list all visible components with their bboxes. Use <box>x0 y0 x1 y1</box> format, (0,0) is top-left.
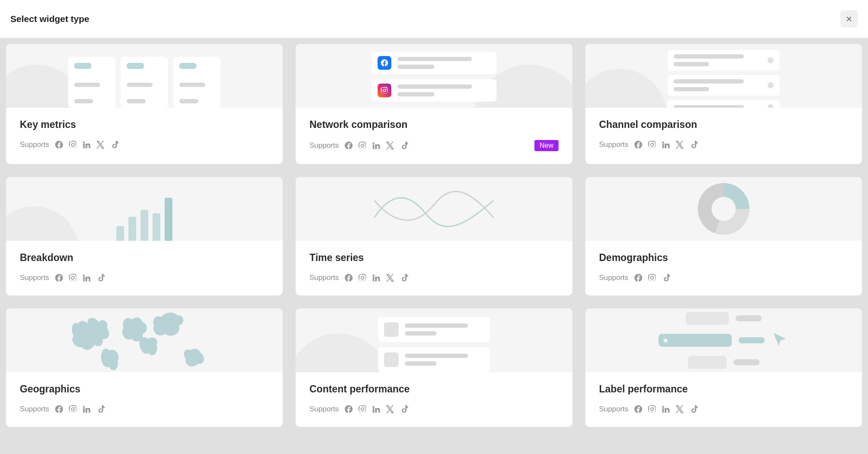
modal-title: Select widget type <box>10 14 89 24</box>
facebook-icon <box>344 273 353 283</box>
linkedin-icon <box>372 141 381 150</box>
new-badge: New <box>534 140 559 151</box>
tiktok-icon <box>399 404 409 414</box>
facebook-icon <box>634 404 643 414</box>
instagram-icon <box>378 84 391 97</box>
tiktok-icon <box>399 141 409 150</box>
supports-icons <box>344 273 409 283</box>
x-icon <box>96 140 105 149</box>
widget-card-time-series[interactable]: Time series Supports <box>296 177 572 295</box>
instagram-icon <box>68 273 78 283</box>
x-icon <box>385 404 395 414</box>
tiktok-icon <box>109 140 119 149</box>
tiktok-icon <box>689 140 698 149</box>
tiktok-icon <box>399 273 409 283</box>
widget-card-demographics[interactable]: Demographics Supports <box>585 177 862 295</box>
preview-channel-comparison <box>585 44 862 108</box>
supports-icons <box>634 273 671 283</box>
supports-icons <box>54 140 119 149</box>
card-title: Demographics <box>599 252 848 264</box>
widget-type-modal: Select widget type Key metrics Supports <box>0 0 868 433</box>
x-icon <box>675 140 684 149</box>
instagram-icon <box>358 141 367 150</box>
supports-label: Supports <box>309 141 339 150</box>
widget-card-content-performance[interactable]: Content performance Supports <box>296 308 572 427</box>
card-title: Time series <box>309 252 559 264</box>
widget-card-geographics[interactable]: Geographics Supports <box>6 308 283 427</box>
facebook-icon <box>54 140 64 149</box>
close-button[interactable] <box>840 10 858 28</box>
preview-key-metrics <box>6 44 283 108</box>
supports-icons <box>54 404 105 414</box>
preview-geographics <box>6 308 283 372</box>
supports-label: Supports <box>309 405 339 414</box>
facebook-icon <box>54 273 64 283</box>
tiktok-icon <box>689 404 698 414</box>
facebook-icon <box>634 273 643 283</box>
tiktok-icon <box>96 273 105 283</box>
facebook-icon <box>634 140 643 149</box>
preview-content-performance <box>296 308 572 372</box>
instagram-icon <box>647 404 657 414</box>
facebook-icon <box>344 141 353 150</box>
instagram-icon <box>358 404 367 414</box>
linkedin-icon <box>372 273 381 283</box>
supports-label: Supports <box>20 274 49 282</box>
tiktok-icon <box>96 404 105 414</box>
preview-label-performance <box>585 308 862 372</box>
supports-label: Supports <box>599 405 628 414</box>
supports-icons <box>344 404 409 414</box>
widget-card-breakdown[interactable]: Breakdown Supports <box>6 177 283 295</box>
supports-icons <box>344 141 409 150</box>
facebook-icon <box>378 56 391 70</box>
card-title: Breakdown <box>20 252 269 264</box>
linkedin-icon <box>82 404 91 414</box>
supports-label: Supports <box>20 405 49 414</box>
supports-label: Supports <box>599 274 628 282</box>
linkedin-icon <box>82 140 91 149</box>
card-title: Label performance <box>599 383 848 395</box>
widget-card-channel-comparison[interactable]: Channel comparison Supports <box>585 44 862 164</box>
linkedin-icon <box>82 273 91 283</box>
preview-demographics <box>585 177 862 241</box>
preview-breakdown <box>6 177 283 241</box>
cursor-icon <box>771 331 789 350</box>
x-icon <box>385 141 395 150</box>
supports-label: Supports <box>599 140 628 149</box>
tiktok-icon <box>661 273 671 283</box>
close-icon <box>845 15 853 23</box>
instagram-icon <box>68 404 78 414</box>
facebook-icon <box>344 404 353 414</box>
card-title: Geographics <box>20 383 269 395</box>
instagram-icon <box>647 273 657 283</box>
facebook-icon <box>54 404 64 414</box>
instagram-icon <box>68 140 78 149</box>
x-icon <box>385 273 395 283</box>
widget-card-network-comparison[interactable]: Network comparison Supports New <box>296 44 572 164</box>
widget-grid: Key metrics Supports <box>0 38 868 433</box>
card-title: Network comparison <box>309 119 559 131</box>
x-icon <box>675 404 684 414</box>
linkedin-icon <box>661 140 671 149</box>
supports-icons <box>634 404 698 414</box>
card-title: Content performance <box>309 383 559 395</box>
instagram-icon <box>647 140 657 149</box>
supports-icons <box>634 140 698 149</box>
widget-card-key-metrics[interactable]: Key metrics Supports <box>6 44 283 164</box>
widget-card-label-performance[interactable]: Label performance Supports <box>585 308 862 427</box>
supports-label: Supports <box>309 274 339 282</box>
card-title: Key metrics <box>20 119 269 131</box>
supports-icons <box>54 273 105 283</box>
card-title: Channel comparison <box>599 119 848 131</box>
linkedin-icon <box>372 404 381 414</box>
preview-time-series <box>296 177 572 241</box>
linkedin-icon <box>661 404 671 414</box>
modal-header: Select widget type <box>0 0 868 38</box>
preview-network-comparison <box>296 44 572 108</box>
instagram-icon <box>358 273 367 283</box>
supports-label: Supports <box>20 140 49 149</box>
